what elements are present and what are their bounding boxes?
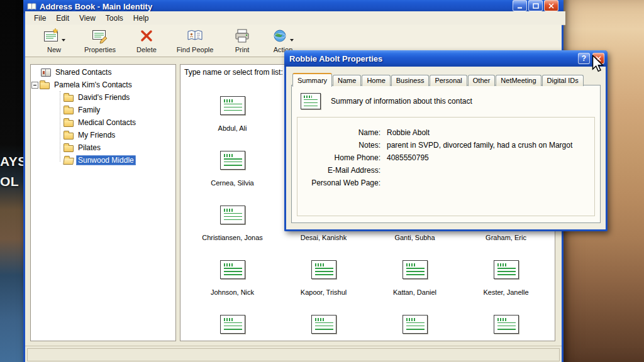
summary-fields: Name: Robbie Abolt Notes: parent in SVPD… [297, 126, 594, 189]
action-button[interactable]: Action [265, 27, 301, 53]
field-value: parent in SVPD, divorced family, had a c… [387, 141, 572, 150]
menu-view[interactable]: View [74, 13, 101, 24]
contact-item[interactable]: Johnson, Nick [187, 260, 278, 315]
open-folder-icon [63, 158, 74, 165]
menu-help[interactable]: Help [128, 13, 154, 24]
summary-header: Summary of information about this contac… [301, 93, 472, 109]
new-dropdown-arrow-icon[interactable] [62, 39, 65, 41]
contact-item[interactable] [187, 315, 278, 341]
field-value: Robbie Abolt [387, 128, 430, 137]
field-label: Home Phone: [297, 153, 387, 162]
contact-item[interactable] [278, 315, 369, 341]
contact-item[interactable]: Cernea, Silvia [187, 151, 278, 206]
contact-item[interactable] [369, 315, 460, 341]
tree-item-medical-contacts[interactable]: Medical Contacts [31, 116, 175, 129]
folder-icon [40, 82, 50, 89]
field-label: Name: [297, 128, 387, 137]
contact-card-icon [301, 93, 321, 109]
window-controls [513, 0, 558, 11]
folders-tree-panel: Shared Contacts Pamela Kim's Contacts Da… [30, 64, 176, 341]
tree-item-davids-friends[interactable]: David's Friends [31, 91, 175, 104]
dialog-title-bar[interactable]: Robbie Abolt Properties [284, 50, 608, 67]
contact-item[interactable]: Abdul, Ali [187, 96, 278, 151]
menu-tools[interactable]: Tools [101, 13, 128, 24]
contact-item[interactable]: Christiansen, Jonas [187, 206, 278, 260]
new-button[interactable]: New [36, 27, 72, 53]
summary-tab-page: Summary of information about this contac… [291, 85, 601, 223]
contact-card-icon [220, 260, 245, 279]
tree-item-sunwood-middle[interactable]: Sunwood Middle [31, 154, 175, 167]
folder-icon [64, 145, 74, 152]
tab-netmeeting[interactable]: NetMeeting [496, 75, 541, 86]
contact-card-icon [311, 315, 336, 334]
tree-item-shared-contacts[interactable]: Shared Contacts [31, 66, 175, 79]
print-button[interactable]: Print [225, 27, 259, 53]
contact-card-icon [220, 206, 245, 224]
folder-icon [64, 133, 74, 140]
address-book-icon [41, 69, 51, 77]
new-contact-card-icon [43, 27, 65, 45]
contact-item[interactable]: Kattan, Daniel [369, 260, 460, 315]
field-label: E-Mail Address: [297, 166, 387, 175]
find-people-book-icon [187, 27, 203, 45]
field-row-web-page: Personal Web Page: [297, 177, 594, 189]
tab-business[interactable]: Business [391, 75, 430, 86]
tree-item-pilates[interactable]: Pilates [31, 141, 175, 154]
contact-item[interactable]: Kester, Janelle [460, 260, 552, 315]
field-label: Notes: [297, 141, 387, 150]
action-globe-icon [273, 27, 294, 45]
status-field [27, 348, 560, 361]
action-dropdown-arrow-icon[interactable] [290, 39, 294, 41]
window-title: Address Book - Main Identity [40, 2, 513, 11]
address-book-app-icon [27, 3, 36, 11]
collapse-expander-icon[interactable] [31, 82, 38, 89]
tree-item-pamela-kims-contacts[interactable]: Pamela Kim's Contacts [31, 79, 175, 91]
contact-item[interactable]: Kapoor, Trishul [278, 260, 369, 315]
contact-card-icon [220, 315, 245, 334]
menu-file[interactable]: File [29, 13, 51, 24]
help-button[interactable] [578, 53, 590, 64]
contact-card-icon [494, 315, 519, 334]
minimize-button[interactable] [513, 0, 527, 11]
contact-card-icon [220, 151, 245, 170]
field-row-home-phone: Home Phone: 4085550795 [297, 151, 594, 164]
folder-icon [64, 107, 74, 114]
field-label: Personal Web Page: [297, 178, 387, 187]
properties-card-icon [92, 27, 108, 45]
contact-card-icon [494, 260, 519, 279]
menu-edit[interactable]: Edit [51, 13, 74, 24]
tree-item-family[interactable]: Family [31, 104, 175, 116]
tab-personal[interactable]: Personal [430, 75, 467, 86]
maximize-button[interactable] [528, 0, 543, 11]
properties-button[interactable]: Properties [78, 27, 122, 53]
status-bar [25, 346, 562, 362]
summary-fields-group: Name: Robbie Abolt Notes: parent in SVPD… [297, 117, 595, 216]
printer-icon [234, 27, 250, 45]
contact-card-icon [402, 260, 428, 279]
tab-home[interactable]: Home [362, 75, 390, 86]
tab-name[interactable]: Name [333, 75, 361, 86]
contact-card-icon [220, 96, 245, 115]
delete-x-icon [140, 27, 153, 45]
close-button[interactable] [544, 0, 558, 11]
summary-caption: Summary of information about this contac… [331, 97, 472, 106]
menu-bar: File Edit View Tools Help [25, 11, 565, 25]
tab-digital-ids[interactable]: Digital IDs [542, 75, 584, 86]
tab-summary[interactable]: Summary [292, 73, 332, 87]
tree-item-my-friends[interactable]: My Friends [31, 129, 175, 141]
contact-card-icon [311, 260, 336, 279]
field-value: 4085550795 [387, 153, 429, 162]
tab-strip: Summary Name Home Business Personal Othe… [292, 72, 584, 86]
contact-properties-dialog: Robbie Abolt Properties Summary Name Hom… [284, 50, 608, 231]
dialog-title: Robbie Abolt Properties [289, 54, 575, 63]
find-people-button[interactable]: Find People [171, 27, 219, 53]
field-row-notes: Notes: parent in SVPD, divorced family, … [297, 139, 594, 151]
delete-button[interactable]: Delete [128, 27, 165, 53]
contact-card-icon [402, 315, 428, 334]
field-row-email: E-Mail Address: [297, 164, 594, 177]
field-row-name: Name: Robbie Abolt [297, 126, 594, 139]
contact-item[interactable] [460, 315, 552, 341]
folder-icon [64, 95, 74, 102]
tab-other[interactable]: Other [468, 75, 496, 86]
folder-icon [64, 120, 74, 127]
